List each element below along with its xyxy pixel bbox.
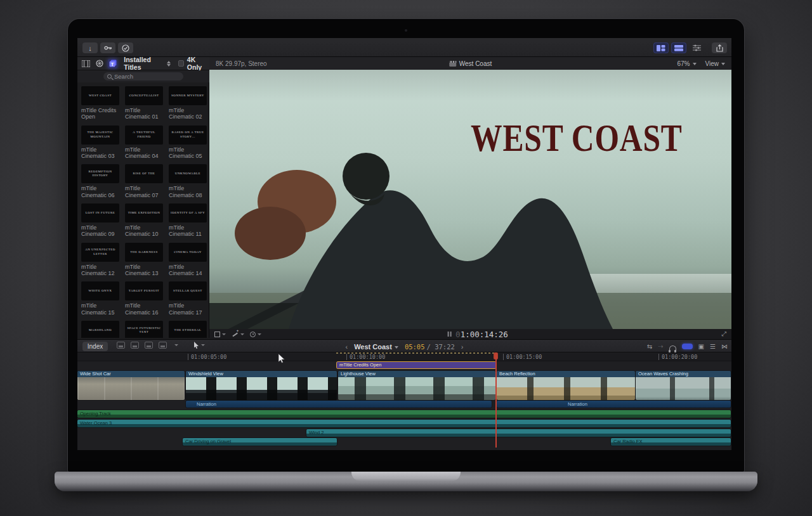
title-item[interactable]: THE MAJESTIC MOUNTAIN mTitle Cinematic 0… [81, 126, 119, 160]
skimming-icon[interactable]: ⇢ [658, 342, 663, 351]
title-thumbnail[interactable]: THE MAJESTIC MOUNTAIN [81, 126, 119, 145]
title-item[interactable]: THE ETHEREAL mTitle Cinematic 20 [169, 321, 207, 338]
pause-icon[interactable] [447, 332, 451, 337]
title-thumbnail[interactable]: CINEMA TODAY [169, 243, 207, 262]
title-thumbnail[interactable]: TIME EXPEDITION [125, 203, 163, 223]
title-item[interactable]: IDENTITY OF A SPY mTitle Cinematic 11 [169, 203, 207, 238]
title-thumbnail[interactable]: SONNER MYSTERY [169, 86, 207, 105]
video-clip[interactable]: Windshield View [186, 371, 337, 400]
timeline-ruler[interactable]: 01:00:05:00 01:00:10:00 01:00:15:00 01:0… [77, 352, 731, 361]
title-thumbnail[interactable]: MARSHLAND [81, 321, 119, 338]
title-item[interactable]: UNKNOWABLE mTitle Cinematic 08 [169, 164, 207, 198]
timeline-toggle-button[interactable] [671, 42, 686, 53]
title-thumbnail[interactable]: RISE OF THE [125, 164, 163, 183]
trim-tool-icon[interactable]: ⇆ [647, 342, 652, 351]
title-thumbnail[interactable]: TARGET PURSUIT [125, 281, 163, 300]
title-item[interactable]: WEST COAST mTitle Credits Open [81, 86, 119, 120]
clip-appearance-icon[interactable]: ☰ [710, 342, 716, 351]
select-tool-menu[interactable] [193, 342, 208, 349]
title-item[interactable]: A TRUTHFUL FRIEND mTitle Cinematic 04 [125, 126, 163, 160]
title-thumbnail[interactable]: CONCEPTUALIST [125, 86, 163, 105]
timeline[interactable]: 01:00:05:00 01:00:10:00 01:00:15:00 01:0… [77, 352, 731, 450]
effects-browser-icon[interactable]: ▣ [698, 342, 704, 351]
narration-audio-clip[interactable]: Narration [186, 401, 492, 408]
video-clip[interactable]: Ocean Waves Crashing [636, 371, 731, 400]
next-project-button[interactable]: › [461, 343, 464, 351]
title-thumbnail[interactable]: SPACE FUTURISTIC TEXT [125, 321, 163, 338]
snapping-toggle[interactable] [682, 344, 693, 349]
4k-only-checkbox[interactable] [178, 60, 184, 67]
timeline-index-icon[interactable]: ⋈ [721, 342, 728, 351]
title-item[interactable]: SONNER MYSTERY mTitle Cinematic 02 [169, 86, 207, 120]
browser-toggle-button[interactable] [653, 42, 669, 53]
title-item[interactable]: CONCEPTUALIST mTitle Cinematic 01 [125, 86, 163, 120]
connect-edit-icon[interactable] [117, 342, 125, 349]
check-circle-icon [122, 44, 129, 52]
share-button[interactable] [712, 42, 727, 53]
photos-audio-tab[interactable] [95, 59, 104, 68]
title-item[interactable]: BASED ON A TRUE STORY… mTitle Cinematic … [169, 126, 207, 160]
fullscreen-icon[interactable]: ⤢ [721, 330, 726, 338]
title-item[interactable]: TARGET PURSUIT mTitle Cinematic 16 [125, 281, 163, 316]
title-thumbnail[interactable]: WHITE ONYX [81, 281, 119, 300]
title-item[interactable]: WHITE ONYX mTitle Cinematic 15 [81, 281, 119, 316]
keywords-button[interactable] [100, 42, 115, 53]
title-thumbnail[interactable]: STELLAR QUEST [169, 281, 207, 300]
title-thumbnail[interactable]: Lost in future [81, 203, 119, 223]
title-item[interactable]: REDEMPTION HISTORY mTitle Cinematic 06 [81, 164, 119, 198]
title-item[interactable]: AN UNEXPECTED LETTER mTitle Cinematic 12 [81, 243, 119, 277]
audio-skimming-icon[interactable] [669, 345, 676, 351]
inspector-sliders-button[interactable] [689, 42, 704, 53]
retime-tool[interactable] [250, 332, 265, 337]
timeline-project-menu[interactable]: West Coast [354, 343, 398, 351]
background-tasks-button[interactable] [118, 42, 133, 53]
append-edit-icon[interactable] [145, 342, 153, 349]
title-item[interactable]: STELLAR QUEST mTitle Cinematic 17 [169, 281, 207, 316]
transform-tool[interactable] [214, 332, 229, 337]
video-clip[interactable]: Lighthouse View [338, 371, 495, 400]
titles-generators-tab[interactable]: T [108, 59, 117, 68]
enhancements-tool[interactable] [232, 331, 247, 338]
ruler-timecode: 01:00:20:00 [658, 354, 697, 360]
audio-clip[interactable]: Wind 2 [306, 429, 731, 437]
playhead[interactable] [495, 352, 497, 448]
title-item[interactable]: SPACE FUTURISTIC TEXT mTitle Cinematic 1… [125, 321, 163, 338]
title-item[interactable]: CINEMA TODAY mTitle Cinematic 14 [169, 243, 207, 277]
title-item[interactable]: Lost in future mTitle Cinematic 09 [81, 203, 119, 238]
audio-clip[interactable]: Water Ocean 3 [77, 420, 731, 427]
title-item[interactable]: TIME EXPEDITION mTitle Cinematic 10 [125, 203, 163, 238]
title-thumbnail[interactable]: IDENTITY OF A SPY [169, 203, 207, 223]
video-clip[interactable]: Beach Reflection [497, 371, 635, 400]
media-browser-tab[interactable] [81, 59, 91, 68]
title-thumbnail[interactable]: THE ETHEREAL [169, 321, 207, 338]
title-clip-selected[interactable]: mTitle Credits Open [336, 361, 497, 369]
title-item[interactable]: THE DARKNESS mTitle Cinematic 13 [125, 243, 163, 277]
viewer-view-menu[interactable]: View [705, 60, 726, 67]
installed-titles-dropdown[interactable]: Installed Titles [124, 56, 165, 71]
viewer-zoom-menu[interactable]: 67% [677, 60, 696, 67]
audio-clip[interactable]: Car Radio FX [611, 438, 731, 446]
overwrite-edit-icon[interactable] [159, 342, 167, 349]
title-thumbnail[interactable]: REDEMPTION HISTORY [81, 164, 119, 183]
title-thumbnail[interactable]: UNKNOWABLE [169, 164, 207, 183]
video-clip[interactable]: Wide Shot Car [77, 371, 185, 400]
title-thumbnail[interactable]: THE DARKNESS [125, 243, 163, 262]
audio-clip[interactable]: Car Driving on Gravel [183, 438, 337, 446]
title-thumbnail[interactable]: WEST COAST [81, 86, 119, 105]
viewer-video-frame[interactable]: WEST COAST [209, 70, 731, 329]
title-thumbnail[interactable]: A TRUTHFUL FRIEND [125, 126, 163, 145]
index-button[interactable]: Index [82, 342, 108, 351]
insert-edit-icon[interactable] [131, 342, 139, 349]
narration-audio-clip[interactable]: Narration [497, 401, 731, 408]
search-input[interactable] [114, 73, 178, 80]
previous-project-button[interactable]: ‹ [346, 343, 348, 351]
search-field[interactable] [103, 72, 183, 81]
title-thumbnail[interactable]: BASED ON A TRUE STORY… [169, 126, 207, 145]
title-label: mTitle Cinematic 11 [169, 224, 207, 238]
title-thumbnail[interactable]: AN UNEXPECTED LETTER [81, 243, 119, 262]
title-item[interactable]: RISE OF THE mTitle Cinematic 07 [125, 164, 163, 198]
import-button[interactable]: ↓ [82, 42, 98, 53]
title-item[interactable]: MARSHLAND mTitle Cinematic 18 [81, 321, 119, 338]
audio-clip[interactable]: Opening Track [77, 410, 731, 418]
video-clip-filmstrip [497, 377, 635, 400]
